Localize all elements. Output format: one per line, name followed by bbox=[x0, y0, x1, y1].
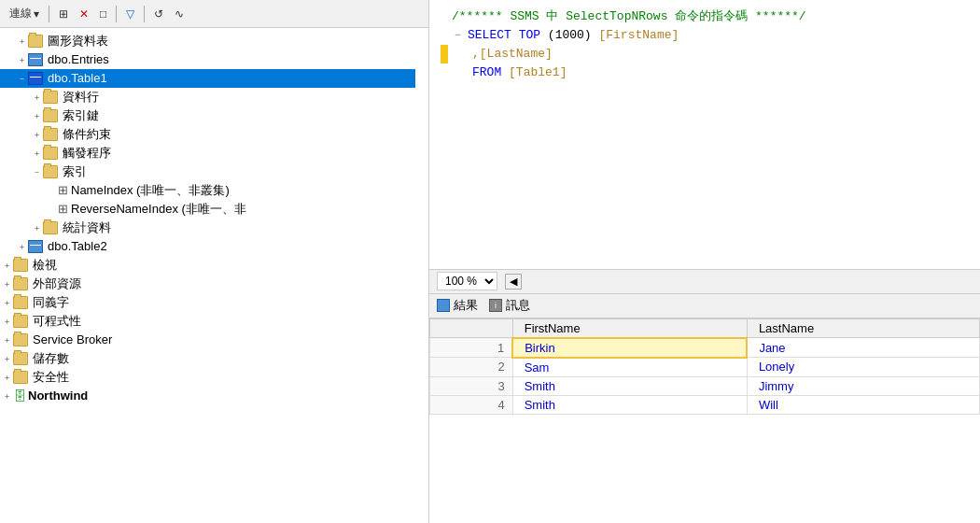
table-row[interactable]: 3SmithJimmy bbox=[430, 376, 980, 395]
tree-item-dbo-entries[interactable]: ＋ dbo.Entries bbox=[0, 50, 415, 69]
connect-label: 連線 bbox=[9, 6, 32, 21]
cell-rownum-0: 1 bbox=[430, 338, 513, 358]
tree-item-indexes[interactable]: － 索引 bbox=[0, 163, 415, 181]
tree-item-columns[interactable]: ＋ 資料行 bbox=[0, 88, 415, 106]
expand-icon-views[interactable]: ＋ bbox=[0, 259, 13, 272]
object-explorer-tree: ＋ 圖形資料表 ＋ dbo.Entries － bbox=[0, 28, 415, 409]
tab-message-icon: i bbox=[489, 299, 502, 312]
toolbar-btn-refresh[interactable]: ↺ bbox=[150, 6, 167, 22]
folder-icon-keys bbox=[43, 109, 58, 122]
tab-result[interactable]: 結果 bbox=[437, 295, 478, 316]
expand-icon-triggers[interactable]: ＋ bbox=[30, 147, 43, 160]
tree-item-programmability[interactable]: ＋ 可程式性 bbox=[0, 312, 415, 331]
tree-item-triggers[interactable]: ＋ 觸發程序 bbox=[0, 144, 415, 163]
cell-rownum-2: 3 bbox=[430, 376, 513, 395]
expand-icon-columns[interactable]: ＋ bbox=[30, 91, 43, 104]
cell-lastname-3: Will bbox=[747, 395, 979, 414]
code-line-lastname: ,[LastName] bbox=[441, 45, 969, 64]
tree-label-storage: 儲存數 bbox=[33, 349, 69, 368]
tree-item-reverseindex[interactable]: ⊞ ReverseNameIndex (非唯一、非 bbox=[0, 200, 415, 219]
left-panel: 連線 ▾ ⊞ ✕ □ ▽ ↺ ∿ ＋ 圖形資料表 ＋ bbox=[0, 0, 429, 523]
expand-icon-indexes[interactable]: － bbox=[30, 165, 43, 178]
expand-icon-northwind[interactable]: ＋ bbox=[0, 389, 13, 403]
tree-item-constraints[interactable]: ＋ 條件約束 bbox=[0, 125, 415, 144]
toolbar-btn-2[interactable]: ✕ bbox=[76, 6, 92, 22]
tree-item-keys[interactable]: ＋ 索引鍵 bbox=[0, 106, 415, 125]
tree-item-graphtable[interactable]: ＋ 圖形資料表 bbox=[0, 32, 415, 50]
expand-icon-servicebroker[interactable]: ＋ bbox=[0, 333, 13, 346]
code-from-keyword: FROM bbox=[472, 64, 501, 82]
tab-message[interactable]: i 訊息 bbox=[489, 295, 530, 316]
tree-item-security[interactable]: ＋ 安全性 bbox=[0, 368, 415, 387]
table-row[interactable]: 1BirkinJane bbox=[430, 338, 980, 358]
expand-icon-dbo-entries[interactable]: ＋ bbox=[15, 53, 28, 66]
tree-label-triggers: 觸發程序 bbox=[63, 144, 111, 163]
toolbar-btn-1[interactable]: ⊞ bbox=[55, 6, 72, 22]
code-editor[interactable]: /****** SSMS 中 SelectTopNRows 命令的指令碼 ***… bbox=[429, 0, 980, 270]
toolbar-btn-wave[interactable]: ∿ bbox=[171, 6, 188, 22]
code-table-name: [Table1] bbox=[509, 64, 567, 82]
cell-lastname-2: Jimmy bbox=[747, 376, 979, 395]
cell-firstname-3[interactable]: Smith bbox=[512, 395, 747, 414]
cell-firstname-1[interactable]: Sam bbox=[512, 358, 747, 377]
table-row[interactable]: 4SmithWill bbox=[430, 395, 980, 414]
tree-item-dbo-table1[interactable]: － dbo.Table1 bbox=[0, 69, 415, 88]
folder-icon-storage bbox=[13, 352, 28, 365]
code-comment-text: /****** SSMS 中 SelectTopNRows 命令的指令碼 ***… bbox=[452, 7, 806, 26]
expand-icon-programmability[interactable]: ＋ bbox=[0, 315, 13, 328]
collapse-mark[interactable]: － bbox=[452, 26, 464, 45]
toolbar-btn-filter[interactable]: ▽ bbox=[122, 6, 138, 22]
code-line-select: － SELECT TOP (1000) [FirstName] bbox=[441, 26, 969, 45]
tree-label-synonyms: 同義字 bbox=[33, 293, 69, 312]
tree-item-northwind[interactable]: ＋ 🗄 Northwind bbox=[0, 387, 415, 405]
tree-item-statistics[interactable]: ＋ 統計資料 bbox=[0, 219, 415, 237]
th-firstname: FirstName bbox=[512, 318, 747, 338]
expand-icon-storage[interactable]: ＋ bbox=[0, 352, 13, 365]
expand-icon-constraints[interactable]: ＋ bbox=[30, 128, 43, 141]
tree-item-views[interactable]: ＋ 檢視 bbox=[0, 256, 415, 275]
tree-item-storage[interactable]: ＋ 儲存數 bbox=[0, 349, 415, 368]
tree-label-dbo-entries: dbo.Entries bbox=[48, 50, 109, 69]
index-icon-reverseindex: ⊞ bbox=[58, 200, 68, 219]
expand-icon-graphtable[interactable]: ＋ bbox=[15, 35, 28, 48]
scroll-left-btn[interactable]: ◀ bbox=[505, 274, 522, 290]
expand-icon-statistics[interactable]: ＋ bbox=[30, 221, 43, 234]
table-icon-dbo-table2 bbox=[28, 240, 43, 253]
expand-icon-keys[interactable]: ＋ bbox=[30, 109, 43, 122]
expand-icon-reverseindex bbox=[45, 203, 58, 216]
code-line-from: FROM [Table1] bbox=[441, 64, 969, 82]
code-line-comment: /****** SSMS 中 SelectTopNRows 命令的指令碼 ***… bbox=[441, 7, 969, 26]
tree-item-synonyms[interactable]: ＋ 同義字 bbox=[0, 293, 415, 312]
line-marker-select bbox=[441, 26, 448, 45]
tree-item-dbo-table2[interactable]: ＋ dbo.Table2 bbox=[0, 237, 415, 256]
tree-label-constraints: 條件約束 bbox=[63, 125, 111, 144]
expand-icon-dbo-table2[interactable]: ＋ bbox=[15, 240, 28, 253]
tab-result-label: 結果 bbox=[454, 297, 478, 314]
th-rownum bbox=[430, 318, 513, 338]
expand-icon-dbo-table1[interactable]: － bbox=[15, 72, 28, 85]
cell-firstname-0[interactable]: Birkin bbox=[512, 338, 747, 358]
code-lastname-col: ,[LastName] bbox=[472, 45, 553, 64]
connect-dropdown-icon[interactable]: ▾ bbox=[34, 7, 39, 21]
connect-button[interactable]: 連線 ▾ bbox=[6, 4, 43, 23]
result-toolbar: 100 % ◀ bbox=[429, 270, 980, 294]
tree-item-nameindex[interactable]: ⊞ NameIndex (非唯一、非叢集) bbox=[0, 181, 415, 200]
tree-item-external[interactable]: ＋ 外部資源 bbox=[0, 275, 415, 293]
folder-icon-external bbox=[13, 277, 28, 290]
line-marker-comment bbox=[441, 7, 448, 26]
expand-icon-security[interactable]: ＋ bbox=[0, 371, 13, 384]
zoom-select[interactable]: 100 % bbox=[437, 272, 497, 290]
toolbar: 連線 ▾ ⊞ ✕ □ ▽ ↺ ∿ bbox=[0, 0, 428, 28]
folder-icon-security bbox=[13, 371, 28, 384]
toolbar-btn-3[interactable]: □ bbox=[96, 6, 110, 22]
code-select-keyword: SELECT bbox=[468, 26, 511, 45]
table-row[interactable]: 2SamLonely bbox=[430, 358, 980, 377]
tree-item-servicebroker[interactable]: ＋ Service Broker bbox=[0, 331, 415, 349]
cell-lastname-0: Jane bbox=[747, 338, 979, 358]
expand-icon-synonyms[interactable]: ＋ bbox=[0, 296, 13, 309]
expand-icon-external[interactable]: ＋ bbox=[0, 277, 13, 290]
folder-icon-synonyms bbox=[13, 296, 28, 309]
folder-icon-triggers bbox=[43, 147, 58, 160]
result-panel: 100 % ◀ 結果 i 訊息 FirstName LastName bbox=[429, 270, 980, 524]
cell-firstname-2[interactable]: Smith bbox=[512, 376, 747, 395]
